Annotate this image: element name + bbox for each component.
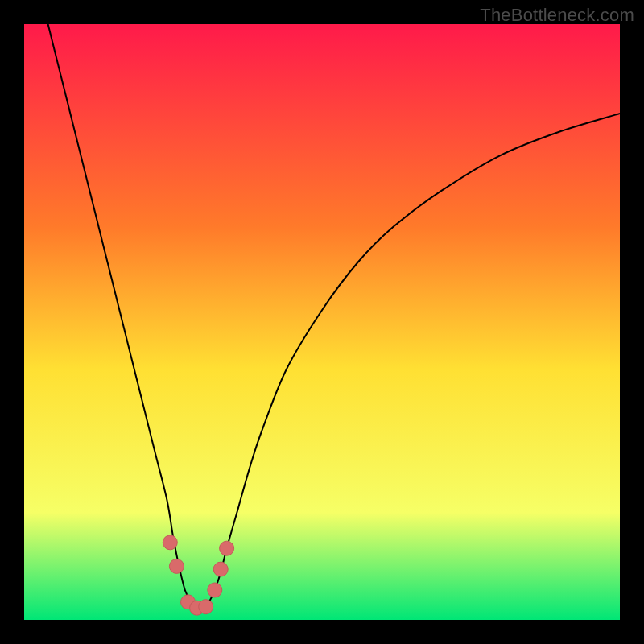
- chart-frame: TheBottleneck.com: [0, 0, 644, 644]
- marker-dot: [213, 562, 228, 576]
- marker-dot: [199, 600, 213, 614]
- marker-dot: [163, 535, 177, 550]
- marker-dot: [220, 541, 234, 555]
- marker-dot: [169, 559, 184, 573]
- plot-area: [24, 24, 620, 620]
- gradient-background: [24, 24, 620, 620]
- marker-dot: [208, 583, 222, 597]
- watermark-text: TheBottleneck.com: [480, 5, 634, 26]
- chart-svg: [24, 24, 620, 620]
